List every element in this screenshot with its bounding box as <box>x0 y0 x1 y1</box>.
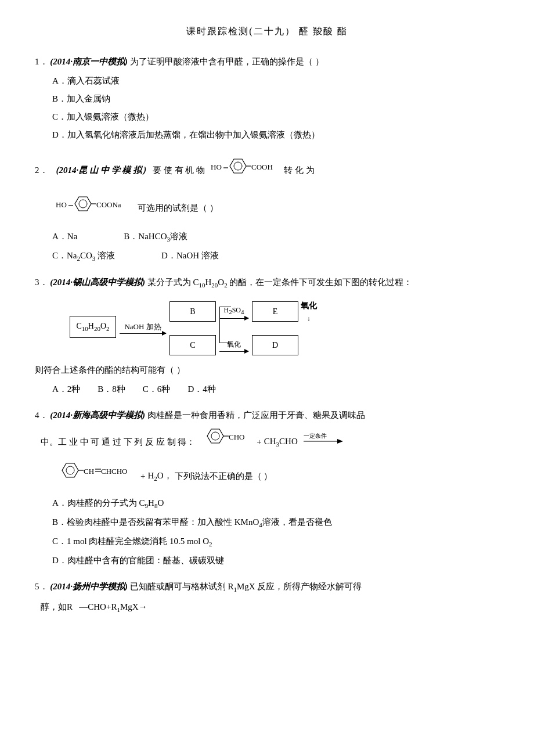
q4-text: 4． (2014·新海高级中学模拟) 肉桂醛是一种食用香精，广泛应用于牙膏、糖果… <box>35 408 499 423</box>
svg-marker-19 <box>62 463 78 477</box>
q4-ch3cho: CH3CHO <box>264 434 298 451</box>
q5-text: 5． (2014·扬州中学模拟) 已知醛或酮可与格林试剂 R1MgX 反应，所得… <box>35 579 499 596</box>
svg-text:HO: HO <box>56 200 67 209</box>
q1-optC: C．加入银氨溶液（微热） <box>52 109 499 125</box>
q1-optB: B．加入金属钠 <box>52 91 499 107</box>
q4-arrow-condition: 一定条件 <box>302 431 343 453</box>
q2-options: A．Na B．NaHCO3溶液 <box>52 229 499 246</box>
svg-point-9 <box>79 200 87 208</box>
q3-naoh-label: NaOH 加热 <box>124 320 161 333</box>
q1-prefix: (2014·南京一中模拟) <box>50 57 128 66</box>
q2-body1: 要 使 有 机 物 <box>153 163 205 178</box>
q4-number: 4． <box>35 411 48 420</box>
q3-number: 3． <box>35 278 48 287</box>
q2-optC: C．Na2CO3 溶液 <box>52 248 115 265</box>
q4-reaction-intro: 中。工 业 中 可 通 过 下 列 反 应 制 得： <box>41 434 195 450</box>
q5-number: 5． <box>35 582 48 591</box>
q3-oxidize2-label: 氧化 <box>227 339 241 351</box>
q4-body: 肉桂醛是一种食用香精，广泛应用于牙膏、糖果及调味品 <box>147 411 365 420</box>
q2-options2: C．Na2CO3 溶液 D．NaOH 溶液 <box>52 248 499 265</box>
question-1: 1． (2014·南京一中模拟) 为了证明甲酸溶液中含有甲醛，正确的操作是（ ）… <box>35 54 499 143</box>
q4-plus1: + <box>257 434 261 450</box>
svg-marker-8 <box>75 197 91 211</box>
svg-marker-2 <box>230 159 246 173</box>
svg-text:COONa: COONa <box>96 200 121 209</box>
q3-arrow-naoh: NaOH 加热 <box>120 320 166 334</box>
q5-reaction-body: 醇，如R —CHO+R1MgX→ <box>41 599 147 616</box>
q3-diagram: C10H20O2 NaOH 加热 B H2SO4 E 氧化 <box>70 298 464 355</box>
q2-struct1: HO COOH <box>210 153 279 188</box>
q4-product: CH CHCHO + H2O， 下列说法不正确的是（ ） <box>52 461 499 492</box>
q1-body: 为了证明甲酸溶液中含有甲醛，正确的操作是（ ） <box>130 57 324 66</box>
q1-optD: D．加入氢氧化钠溶液后加热蒸馏，在馏出物中加入银氨溶液（微热） <box>52 127 499 143</box>
q4-prefix: (2014·新海高级中学模拟) <box>50 411 145 420</box>
q3-box-C: C <box>169 335 216 355</box>
svg-point-13 <box>211 432 219 440</box>
question-5: 5． (2014·扬州中学模拟) 已知醛或酮可与格林试剂 R1MgX 反应，所得… <box>35 579 499 616</box>
q3-options: A．2种 B．8种 C．6种 D．4种 <box>52 381 499 397</box>
q3-optA: A．2种 <box>52 381 80 397</box>
q3-prefix: (2014·锡山高级中学模拟) <box>50 278 145 287</box>
question-3: 3． (2014·锡山高级中学模拟) 某分子式为 C10H20O2 的酯，在一定… <box>35 275 499 397</box>
q4-optB: B．检验肉桂醛中是否残留有苯甲醛：加入酸性 KMnO4溶液，看是否褪色 <box>52 514 499 531</box>
q2-reagent-label: 可选用的试剂是（ ） <box>138 200 218 216</box>
svg-marker-12 <box>207 429 223 443</box>
q2-optD: D．NaOH 溶液 <box>161 248 219 265</box>
q3-branch2: C 氧化 D <box>169 335 317 355</box>
q4-optA: A．肉桂醛的分子式为 C9H8O <box>52 495 499 512</box>
q3-body: 某分子式为 C10H20O2 的酯，在一定条件下可发生如下图的转化过程： <box>147 278 413 287</box>
q2-optB: B．NaHCO3溶液 <box>124 229 187 246</box>
q3-oxidize-E: 氧化 ↓ <box>301 298 317 325</box>
svg-text:CHO: CHO <box>229 433 244 441</box>
q4-question-part: 下列说法不正确的是（ ） <box>175 469 273 484</box>
q4-product-struct: CH CHCHO <box>55 461 136 492</box>
q3-optB: B．8种 <box>98 381 125 397</box>
q3-box-E: E <box>252 301 298 322</box>
q3-branch-line <box>219 307 220 343</box>
question-4: 4． (2014·新海高级中学模拟) 肉桂醛是一种食用香精，广泛应用于牙膏、糖果… <box>35 408 499 568</box>
q2-prefix: （2014·昆 山 中 学 模 拟） <box>50 163 151 178</box>
q3-branches: B H2SO4 E 氧化 ↓ C 氧化 <box>169 298 317 355</box>
svg-point-20 <box>66 466 74 474</box>
q2-optA: A．Na <box>52 229 77 246</box>
svg-marker-18 <box>337 439 343 444</box>
q4-benzene-cho: CHO <box>200 427 252 458</box>
q5-reaction-line: 醇，如R —CHO+R1MgX→ <box>41 599 499 616</box>
q3-optC: C．6种 <box>143 381 171 397</box>
q3-h-line1 <box>219 307 231 307</box>
q3-box-B: B <box>169 301 216 322</box>
q3-question-text: 则符合上述条件的酯的结构可能有（ ） <box>35 362 499 378</box>
svg-text:一定条件: 一定条件 <box>304 433 327 439</box>
q3-box-D: D <box>252 335 298 355</box>
q4-reaction: 中。工 业 中 可 通 过 下 列 反 应 制 得： CHO + CH3CHO … <box>41 427 499 458</box>
svg-point-3 <box>234 162 242 170</box>
q3-arrow-oxidize: 氧化 <box>219 339 248 352</box>
q2-struct2: HO COONa <box>55 191 133 225</box>
svg-text:CH: CH <box>84 467 94 476</box>
q3-branch1: B H2SO4 E 氧化 ↓ <box>169 298 317 325</box>
q4-h2o: H2O， <box>147 468 172 485</box>
q3-optD: D．4种 <box>187 381 215 397</box>
q2-struct2-line: HO COONa 可选用的试剂是（ ） <box>52 191 499 225</box>
svg-text:HO: HO <box>211 163 222 171</box>
svg-text:COOH: COOH <box>251 163 273 171</box>
q1-number: 1． <box>35 57 48 66</box>
svg-text:CHCHO: CHCHO <box>101 467 128 476</box>
q2-number: 2． <box>35 163 48 178</box>
q4-optC: C．1 mol 肉桂醛完全燃烧消耗 10.5 mol O2 <box>52 534 499 550</box>
q3-reactant-box: C10H20O2 <box>70 316 116 338</box>
q3-oxidize-label: 氧化 <box>301 298 317 313</box>
q3-down-arrow: ↓ <box>307 313 311 325</box>
q3-h-line2 <box>219 343 231 343</box>
q3-main-flow: C10H20O2 NaOH 加热 B H2SO4 E 氧化 <box>70 298 464 355</box>
q5-body: 已知醛或酮可与格林试剂 R1MgX 反应，所得产物经水解可得 <box>130 582 362 591</box>
q1-optA: A．滴入石蕊试液 <box>52 73 499 89</box>
q5-prefix: (2014·扬州中学模拟) <box>50 582 128 591</box>
page-title: 课时跟踪检测(二十九） 醛 羧酸 酯 <box>35 23 499 40</box>
q2-text: 2． （2014·昆 山 中 学 模 拟） 要 使 有 机 物 HO COOH … <box>35 153 499 188</box>
q4-optD: D．肉桂醛中含有的官能团：醛基、碳碳双键 <box>52 553 499 568</box>
q3-text: 3． (2014·锡山高级中学模拟) 某分子式为 C10H20O2 的酯，在一定… <box>35 275 499 291</box>
q4-plus2: + <box>140 469 145 484</box>
q1-text: 1． (2014·南京一中模拟) 为了证明甲酸溶液中含有甲醛，正确的操作是（ ） <box>35 54 499 70</box>
question-2: 2． （2014·昆 山 中 学 模 拟） 要 使 有 机 物 HO COOH … <box>35 153 499 265</box>
